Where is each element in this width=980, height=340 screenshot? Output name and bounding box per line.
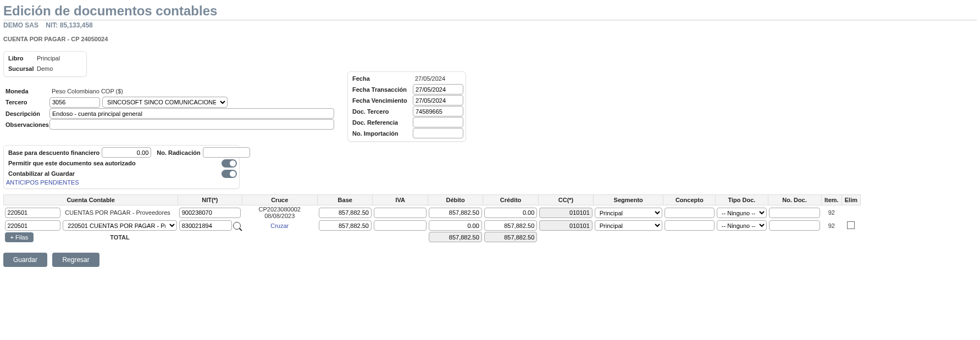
tercero-code-input[interactable] [49,97,100,108]
cuenta-desc-text: CUENTAS POR PAGAR - Proveedores [63,209,176,216]
cc-input[interactable] [539,208,592,218]
base-input[interactable] [319,220,372,231]
th-base: Base [318,195,373,205]
total-label: TOTAL [62,231,178,243]
concepto-input[interactable] [665,208,715,218]
th-cuenta: Cuenta Contable [4,195,178,205]
libro-value: Principal [35,54,84,63]
cuenta-code-input[interactable] [5,220,61,231]
guardar-button[interactable]: Guardar [3,253,47,267]
base-desc-input[interactable] [102,147,151,158]
descripcion-input[interactable] [49,108,334,119]
fecha-label: Fecha [350,74,413,83]
observaciones-input[interactable] [49,119,334,130]
concepto-input[interactable] [665,220,715,231]
add-rows-button[interactable]: + Filas [5,232,34,242]
fecha-value: 27/05/2024 [413,74,463,83]
iva-input[interactable] [374,220,427,231]
iva-input[interactable] [374,208,427,218]
fecha-trans-input[interactable] [413,84,463,94]
search-icon[interactable] [233,222,241,230]
no-doc-input[interactable] [769,220,820,231]
th-concepto: Concepto [663,195,716,205]
nit-input[interactable] [179,208,241,218]
th-debito: Débito [428,195,483,205]
no-radicacion-label: No. Radicación [154,148,202,158]
total-credito [484,232,537,242]
descripcion-label: Descripción [3,109,49,119]
moneda-label: Moneda [3,86,49,96]
item-value: 92 [828,222,835,229]
cruzar-link[interactable]: Cruzar [270,222,289,229]
sucursal-value: Demo [35,64,84,73]
no-doc-input[interactable] [769,208,820,218]
credito-input[interactable] [484,220,537,231]
no-radicacion-input[interactable] [203,147,250,158]
total-debito [429,232,481,242]
cuenta-desc-select[interactable]: 220501 CUENTAS POR PAGAR - Prove [63,220,176,231]
moneda-value: Peso Colombiano COP ($) [49,87,125,96]
elim-checkbox[interactable] [847,221,855,229]
item-value: 92 [828,209,835,216]
base-input[interactable] [319,208,372,218]
left-panel: Moneda Peso Colombiano COP ($) Tercero S… [3,86,340,130]
anticipos-pendientes-link[interactable]: ANTICIPOS PENDIENTES [6,179,79,186]
table-row: 220501 CUENTAS POR PAGAR - ProveCruzarPr… [4,220,861,231]
company-nit: 85,133,458 [60,21,93,29]
table-row: CUENTAS POR PAGAR - ProveedoresCP2023080… [4,205,861,220]
th-tipo-doc: Tipo Doc. [716,195,768,205]
tercero-label: Tercero [3,97,49,107]
no-import-input[interactable] [413,128,463,138]
debito-input[interactable] [429,220,481,231]
no-import-label: No. Importación [350,129,413,138]
tipo-doc-select[interactable]: -- Ninguno -- [717,220,767,231]
th-iva: IVA [373,195,428,205]
contabilizar-toggle[interactable] [222,170,237,178]
accounting-grid: Cuenta Contable NIT(*) Cruce Base IVA Dé… [3,194,861,243]
permitir-autorizado-toggle[interactable] [222,159,237,168]
fecha-venc-input[interactable] [413,95,463,105]
th-credito: Crédito [483,195,538,205]
th-segmento: Segmento [594,195,663,205]
th-elim: Elim [841,195,860,205]
page-title: Edición de documentos contables [3,3,977,20]
doc-ref-input[interactable] [413,117,463,127]
company-line: DEMO SAS NIT: 85,133,458 [3,21,977,29]
doc-ref-label: Doc. Referencia [350,118,413,127]
company-name: DEMO SAS [3,21,38,29]
right-panel: Fecha 27/05/2024 Fecha Transacción Fecha… [347,71,466,142]
cuenta-code-input[interactable] [5,208,61,218]
company-nit-label: NIT: [46,21,58,29]
cc-input[interactable] [539,220,592,231]
fecha-trans-label: Fecha Transacción [350,85,413,94]
base-desc-label: Base para descuento financiero [6,148,102,158]
th-cc: CC(*) [538,195,593,205]
th-nit: NIT(*) [178,195,242,205]
doc-tercero-input[interactable] [413,106,463,116]
nit-input[interactable] [179,220,232,231]
fecha-venc-label: Fecha Vencimiento [350,96,413,105]
debito-input[interactable] [429,208,481,218]
regresar-button[interactable]: Regresar [52,253,99,267]
observaciones-label: Observaciones [3,120,49,130]
th-cruce: Cruce [242,195,317,205]
permitir-autorizado-label: Permitir que este documento sea autoriza… [6,158,138,168]
top-panel: Libro Principal Sucursal Demo [3,51,87,77]
th-item: Item. [821,195,841,205]
tipo-doc-select[interactable]: -- Ninguno -- [717,208,767,218]
cruce-text: CP2023080002 08/08/2023 [259,206,301,219]
th-no-doc: No. Doc. [768,195,821,205]
sucursal-label: Sucursal [6,64,35,74]
document-title: CUENTA POR PAGAR - CP 24050024 [3,36,977,42]
libro-label: Libro [6,53,35,63]
segmento-select[interactable]: Principal [595,220,662,231]
bottom-panel: Base para descuento financiero No. Radic… [3,145,240,189]
credito-input[interactable] [484,208,537,218]
doc-tercero-label: Doc. Tercero [350,107,413,116]
tercero-name-select[interactable]: SINCOSOFT SINCO COMUNICACIONES S.A.S [102,97,228,108]
segmento-select[interactable]: Principal [595,208,662,218]
contabilizar-label: Contabilizar al Guardar [6,169,77,179]
